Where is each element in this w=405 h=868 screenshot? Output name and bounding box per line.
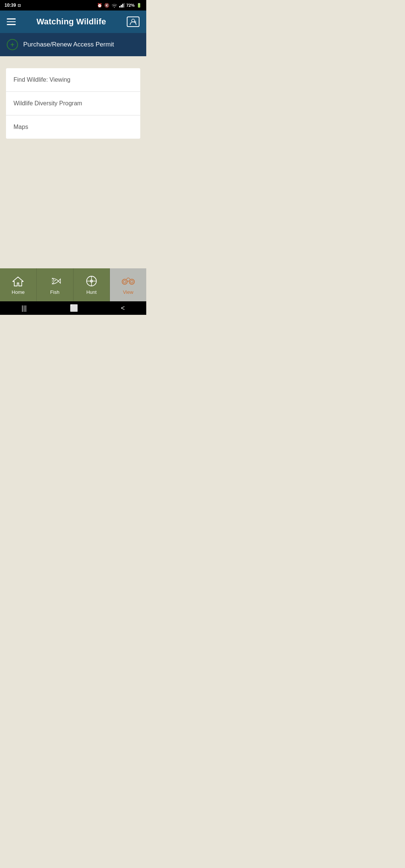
tab-bar: Home Fish Hunt	[0, 268, 146, 301]
status-icons: ⏰ 🔇 72% 🔋	[97, 3, 142, 8]
svg-point-13	[129, 279, 134, 284]
plus-circle-icon	[7, 39, 18, 50]
alarm-icon: ⏰	[97, 3, 102, 8]
signal-icon	[119, 3, 124, 7]
binoculars-icon	[121, 275, 135, 287]
wifi-icon	[111, 3, 117, 7]
status-time: 10:39 ⊡	[4, 3, 21, 8]
status-bar: 10:39 ⊡ ⏰ 🔇 72% 🔋	[0, 0, 146, 10]
menu-item-maps[interactable]: Maps	[6, 115, 140, 139]
hunt-icon	[84, 275, 99, 287]
menu-item-diversity-program[interactable]: Wildlife Diversity Program	[6, 92, 140, 115]
back-button[interactable]: <	[121, 304, 125, 312]
tab-fish-label: Fish	[50, 289, 60, 295]
svg-rect-1	[121, 5, 122, 7]
home-icon	[11, 275, 25, 287]
purchase-banner-text: Purchase/Renew Access Permit	[23, 41, 114, 48]
home-button[interactable]: ⬜	[70, 304, 78, 312]
recent-apps-button[interactable]: |||	[21, 304, 27, 312]
fish-icon	[48, 275, 62, 287]
nav-bar: ||| ⬜ <	[0, 301, 146, 315]
svg-rect-2	[122, 4, 123, 7]
tab-view-label: View	[123, 289, 134, 295]
menu-item-find-wildlife[interactable]: Find Wildlife: Viewing	[6, 68, 140, 92]
battery-icon: 🔋	[136, 3, 142, 8]
tab-home-label: Home	[12, 289, 25, 295]
menu-list: Find Wildlife: Viewing Wildlife Diversit…	[6, 68, 140, 139]
sim-icon: ⊡	[18, 3, 21, 7]
tab-hunt[interactable]: Hunt	[74, 268, 110, 301]
page-title: Watching Wildlife	[36, 17, 106, 27]
tab-fish[interactable]: Fish	[37, 268, 74, 301]
svg-point-12	[122, 279, 127, 284]
svg-point-15	[130, 280, 133, 283]
tab-view[interactable]: View	[110, 268, 146, 301]
purchase-banner[interactable]: Purchase/Renew Access Permit	[0, 33, 146, 56]
svg-point-14	[123, 280, 126, 283]
svg-rect-0	[119, 6, 120, 7]
svg-point-7	[55, 280, 56, 281]
menu-button[interactable]	[7, 18, 16, 25]
content-area: Find Wildlife: Viewing Wildlife Diversit…	[0, 56, 146, 268]
profile-button[interactable]	[127, 16, 140, 27]
tab-home[interactable]: Home	[0, 268, 37, 301]
tab-hunt-label: Hunt	[86, 289, 96, 295]
mute-icon: 🔇	[104, 3, 110, 8]
app-header: Watching Wildlife	[0, 10, 146, 33]
svg-rect-3	[124, 3, 124, 7]
